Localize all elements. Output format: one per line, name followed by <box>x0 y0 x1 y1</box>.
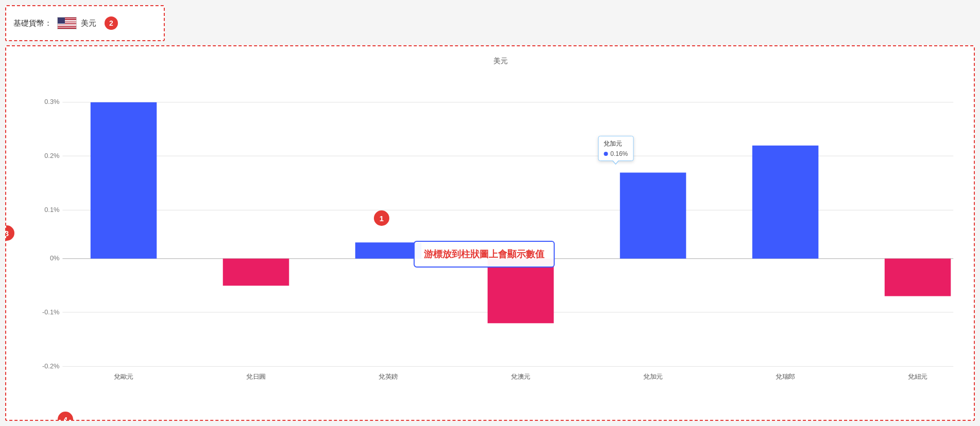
badge-2: 2 <box>105 16 118 30</box>
svg-text:0.3%: 0.3% <box>44 99 59 106</box>
svg-text:兌紐元: 兌紐元 <box>908 374 927 381</box>
bar-gbp[interactable] <box>355 242 422 258</box>
chart-inner: 美元 0.3% 0.2% 0.1% 0% -0.1% -0.2% <box>6 46 974 420</box>
currency-name-text: 美元 <box>81 19 96 28</box>
svg-text:-0.2%: -0.2% <box>42 363 60 370</box>
chart-area-container: 3 4 美元 0.3% 0.2% 0.1% 0% -0.1% -0.2% <box>5 45 975 421</box>
annotation-box: 游標放到柱狀圖上會顯示數值 <box>414 241 555 268</box>
svg-text:0.1%: 0.1% <box>44 207 59 214</box>
svg-text:0.2%: 0.2% <box>44 152 59 159</box>
bar-chart-svg: 0.3% 0.2% 0.1% 0% -0.1% -0.2% 兌歐元 兌日圓 兌英… <box>37 70 964 393</box>
svg-text:兌加元: 兌加元 <box>643 374 662 381</box>
bar-aud[interactable] <box>488 259 554 324</box>
currency-selector-bar: 基礎貨幣： 美元 2 <box>5 5 165 41</box>
chart-title: 美元 <box>37 57 964 66</box>
svg-text:0%: 0% <box>50 255 60 262</box>
currency-display[interactable]: 美元 2 <box>57 16 118 30</box>
svg-text:兌英鎊: 兌英鎊 <box>379 374 398 381</box>
bar-jpy[interactable] <box>223 259 289 286</box>
svg-text:-0.1%: -0.1% <box>42 309 60 316</box>
svg-text:兌歐元: 兌歐元 <box>114 374 133 381</box>
svg-text:兌瑞郎: 兌瑞郎 <box>776 374 795 381</box>
svg-text:兌澳元: 兌澳元 <box>511 374 530 381</box>
us-flag-icon <box>57 17 77 29</box>
base-currency-label: 基礎貨幣： <box>13 19 52 28</box>
bar-euro[interactable] <box>91 102 157 259</box>
bar-cad[interactable] <box>620 172 686 258</box>
bar-nzd[interactable] <box>885 259 951 296</box>
bar-chf[interactable] <box>752 146 819 259</box>
svg-text:兌日圓: 兌日圓 <box>246 374 265 381</box>
annotation-text: 游標放到柱狀圖上會顯示數值 <box>424 249 544 259</box>
